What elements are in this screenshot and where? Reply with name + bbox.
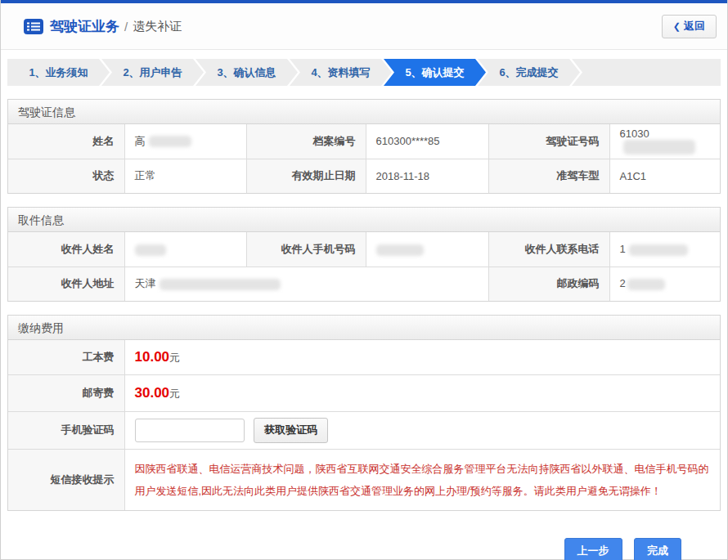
license-info-table: 姓名 高 档案编号 610300****85 驾驶证号码 61030 状态 正常… bbox=[8, 124, 720, 193]
fee-unit: 元 bbox=[169, 352, 180, 364]
redaction-blur bbox=[135, 244, 166, 256]
step-4-fill-data[interactable]: 4、资料填写 bbox=[290, 59, 392, 86]
redaction-blur bbox=[160, 279, 281, 290]
mailing-fee-value: 30.00元 bbox=[124, 374, 720, 411]
breadcrumb-separator: / bbox=[124, 20, 128, 34]
recipient-mobile-value bbox=[366, 232, 488, 267]
fees-table: 工本费 10.00元 邮寄费 30.00元 手机验证码 获取验证码 短信接收提示… bbox=[8, 340, 720, 510]
status-value: 正常 bbox=[124, 159, 246, 193]
recipient-name-label: 收件人姓名 bbox=[8, 232, 124, 267]
pickup-info-table: 收件人姓名 收件人手机号码 收件人联系电话 1 收件人地址 天津 邮政编码 2 bbox=[8, 232, 720, 301]
breadcrumb-current: 遗失补证 bbox=[133, 19, 182, 34]
expiry-value: 2018-11-18 bbox=[366, 159, 488, 193]
expiry-label: 有效期止日期 bbox=[246, 159, 366, 193]
table-row: 收件人姓名 收件人手机号码 收件人联系电话 1 bbox=[8, 232, 720, 267]
redaction-blur bbox=[149, 136, 191, 147]
production-fee-label: 工本费 bbox=[8, 340, 124, 374]
get-code-button[interactable]: 获取验证码 bbox=[254, 418, 328, 443]
step-bar-filler bbox=[572, 59, 721, 86]
step-2-declaration[interactable]: 2、用户申告 bbox=[101, 59, 204, 86]
step-1-notice[interactable]: 1、业务须知 bbox=[7, 59, 110, 86]
name-value: 高 bbox=[124, 124, 246, 159]
step-wizard: 1、业务须知 2、用户申告 3、确认信息 4、资料填写 5、确认提交 6、完成提… bbox=[7, 59, 721, 86]
recipient-address-label: 收件人地址 bbox=[8, 267, 124, 301]
back-button-label: 返回 bbox=[684, 19, 705, 34]
table-row: 状态 正常 有效期止日期 2018-11-18 准驾车型 A1C1 bbox=[8, 159, 720, 193]
section-fees: 缴纳费用 工本费 10.00元 邮寄费 30.00元 手机验证码 获取验证码 短… bbox=[7, 315, 721, 511]
name-label: 姓名 bbox=[8, 124, 124, 159]
chevron-left-icon: ❮ bbox=[673, 21, 681, 32]
section-pickup-info: 取件信息 收件人姓名 收件人手机号码 收件人联系电话 1 收件人地址 天津 邮政… bbox=[7, 207, 721, 302]
vehicle-type-label: 准驾车型 bbox=[488, 159, 609, 193]
recipient-address-value: 天津 bbox=[124, 267, 488, 301]
mailing-fee-label: 邮寄费 bbox=[8, 374, 124, 411]
table-row: 姓名 高 档案编号 610300****85 驾驶证号码 61030 bbox=[8, 124, 720, 159]
section-title-pickup: 取件信息 bbox=[8, 208, 720, 232]
recipient-phone-value: 1 bbox=[609, 232, 720, 267]
table-row: 短信接收提示 因陕西省联通、电信运营商技术问题，陕西省互联网交通安全综合服务管理… bbox=[8, 449, 720, 510]
recipient-name-value bbox=[124, 232, 246, 267]
vehicle-type-value: A1C1 bbox=[609, 159, 720, 193]
fee-unit: 元 bbox=[169, 388, 180, 400]
finish-button[interactable]: 完成 bbox=[634, 538, 681, 560]
production-fee-value: 10.00元 bbox=[124, 340, 720, 374]
sms-notice-text: 因陕西省联通、电信运营商技术问题，陕西省互联网交通安全综合服务管理平台无法向持陕… bbox=[124, 449, 720, 510]
table-row: 手机验证码 获取验证码 bbox=[8, 411, 720, 449]
table-row: 邮寄费 30.00元 bbox=[8, 374, 720, 411]
redaction-blur bbox=[376, 244, 424, 256]
redaction-blur bbox=[623, 140, 695, 155]
section-license-info: 驾驶证信息 姓名 高 档案编号 610300****85 驾驶证号码 61030… bbox=[7, 99, 721, 194]
redaction-blur bbox=[629, 244, 688, 256]
sms-code-cell: 获取验证码 bbox=[124, 411, 720, 449]
postcode-value: 2 bbox=[609, 267, 720, 301]
form-list-icon bbox=[24, 19, 43, 34]
step-3-confirm-info[interactable]: 3、确认信息 bbox=[195, 59, 298, 86]
table-row: 工本费 10.00元 bbox=[8, 340, 720, 374]
file-number-value: 610300****85 bbox=[366, 124, 488, 159]
sms-notice-label: 短信接收提示 bbox=[8, 449, 124, 510]
table-row: 收件人地址 天津 邮政编码 2 bbox=[8, 267, 720, 301]
back-button[interactable]: ❮ 返回 bbox=[662, 15, 717, 38]
footer-actions: 上一步 完成 bbox=[1, 538, 681, 560]
sms-code-label: 手机验证码 bbox=[8, 411, 124, 449]
page-title: 驾驶证业务 bbox=[50, 17, 119, 36]
previous-step-button[interactable]: 上一步 bbox=[564, 538, 622, 560]
file-number-label: 档案编号 bbox=[246, 124, 366, 159]
recipient-mobile-label: 收件人手机号码 bbox=[246, 232, 366, 267]
license-number-label: 驾驶证号码 bbox=[488, 124, 609, 159]
sms-code-input[interactable] bbox=[135, 419, 245, 442]
section-title-fees: 缴纳费用 bbox=[8, 316, 720, 340]
postcode-label: 邮政编码 bbox=[488, 267, 609, 301]
section-title-license: 驾驶证信息 bbox=[8, 100, 720, 124]
page-panel: 驾驶证业务 / 遗失补证 ❮ 返回 1、业务须知 2、用户申告 3、确认信息 4… bbox=[0, 0, 728, 560]
step-5-confirm-submit[interactable]: 5、确认提交 bbox=[384, 59, 486, 86]
recipient-phone-label: 收件人联系电话 bbox=[488, 232, 609, 267]
fee-amount: 30.00 bbox=[135, 385, 170, 401]
license-number-value: 61030 bbox=[609, 124, 720, 159]
page-header: 驾驶证业务 / 遗失补证 ❮ 返回 bbox=[1, 3, 727, 50]
status-label: 状态 bbox=[8, 159, 124, 193]
step-6-complete[interactable]: 6、完成提交 bbox=[478, 59, 580, 86]
fee-amount: 10.00 bbox=[135, 349, 170, 365]
redaction-blur bbox=[627, 279, 665, 290]
